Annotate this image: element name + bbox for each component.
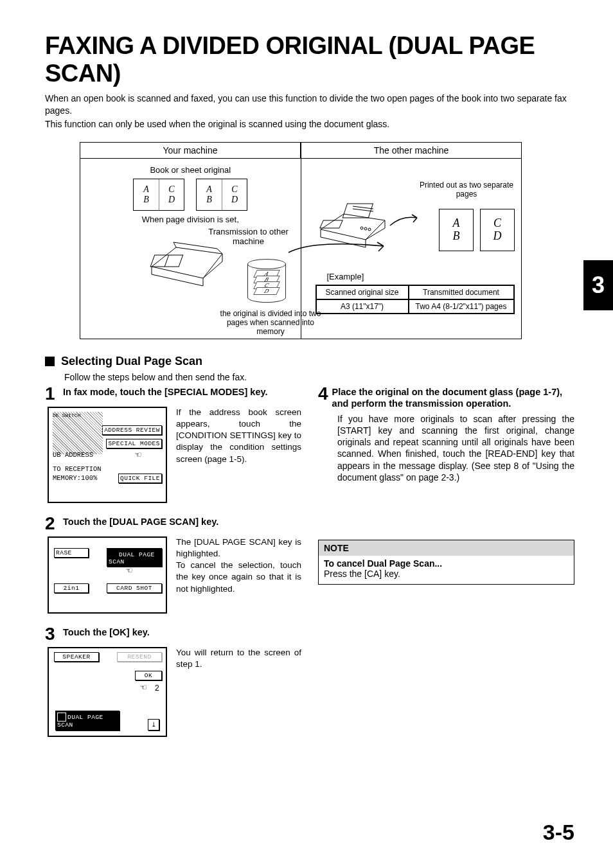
step-2-text: The [DUAL PAGE SCAN] key is highlighted.… [176,536,301,614]
diagram-left: Book or sheet original ABCD ABCD When pa… [80,159,301,339]
right-column: 4 Place the original on the document gla… [318,385,574,748]
special-modes-button[interactable]: SPECIAL MODES [106,439,162,448]
note-heading: NOTE [319,540,574,556]
section-heading: Selecting Dual Page Scan [45,355,574,368]
section-heading-text: Selecting Dual Page Scan [61,355,202,368]
transmission-label: Transmission to other machine [200,227,297,246]
lcd-screenshot-3: SPEAKER RESEND OK ☜ 2 ⤓ DUAL PAGE SCAN [48,647,167,737]
scroll-down-icon[interactable]: ⤓ [147,719,160,731]
pointing-hand-icon: ☜ [140,683,147,693]
step-3-number: 3 [45,625,59,643]
note-title: To cancel Dual Page Scan... [324,558,569,569]
page: 3 FAXING A DIVIDED ORIGINAL (DUAL PAGE S… [0,0,613,868]
step-1-text: If the address book screen appears, touc… [176,407,301,503]
note-body-text: Press the [CA] key. [324,569,569,579]
table-header-2: Transmitted document [409,285,514,299]
table-cell-2: Two A4 (8-1/2"x11") pages [409,299,514,314]
svg-point-8 [368,228,371,231]
step-4: 4 Place the original on the document gla… [318,385,574,483]
svg-line-4 [353,209,373,211]
memory-cylinder-icon: A B C D [247,259,286,305]
book-icons: ABCD ABCD [87,179,294,211]
square-bullet-icon [45,357,55,366]
example-table: Scanned original size Transmitted docume… [315,285,515,314]
svg-rect-5 [319,220,342,228]
follow-steps-text: Follow the steps below and then send the… [64,372,574,382]
svg-point-6 [360,227,363,229]
step-4-text: If you have more originals to scan after… [337,413,574,483]
arrow-out-icon [389,213,421,233]
table-header-1: Scanned original size [316,285,409,299]
quick-file-button[interactable]: QUICK FILE [118,474,162,483]
step-2: 2 Touch the [DUAL PAGE SCAN] key. RASE D… [45,515,301,614]
step-2-title: Touch the [DUAL PAGE SCAN] key. [63,515,218,527]
step-1-title: In fax mode, touch the [SPECIAL MODES] k… [63,385,268,398]
erase-button[interactable]: RASE [54,548,89,558]
intro-p1: When an open book is scanned and faxed, … [45,93,574,117]
intro-p2: This function can only be used when the … [45,118,574,130]
page-number: 3-5 [543,820,574,845]
diagram-right: Printed out as two separate pages AB CD … [301,159,522,332]
step-4-number: 4 [318,385,328,403]
step-1: 1 In fax mode, touch the [SPECIAL MODES]… [45,385,301,503]
2in1-button[interactable]: 2in1 [54,583,89,593]
step-4-title: Place the original on the document glass… [332,385,574,409]
steps-columns: 1 In fax mode, touch the [SPECIAL MODES]… [45,385,574,748]
svg-line-3 [353,206,373,209]
count-badge: 2 [155,684,159,693]
book-original-caption: Book or sheet original [87,165,294,175]
step-3: 3 Touch the [OK] key. SPEAKER RESEND OK … [45,625,301,737]
dual-page-scan-active-button[interactable]: DUAL PAGE SCAN [55,711,120,731]
page-title: FAXING A DIVIDED ORIGINAL (DUAL PAGE SCA… [45,32,574,87]
step-3-title: Touch the [OK] key. [63,625,150,638]
example-label: [Example] [327,272,364,281]
step-1-number: 1 [45,385,59,403]
pointing-hand-icon: ☜ [126,566,132,576]
svg-line-1 [164,255,169,267]
diagram-head-left: Your machine [80,143,301,159]
lcd-screenshot-1: DE SWITCH ADDRESS REVIEW SPECIAL MODES ☜… [48,407,167,503]
speaker-button[interactable]: SPEAKER [54,652,99,662]
chapter-tab: 3 [583,260,613,310]
intro-text: When an open book is scanned and faxed, … [45,93,574,130]
note-box: NOTE To cancel Dual Page Scan... Press t… [318,540,574,585]
concept-diagram: Your machine The other machine Book or s… [80,142,522,339]
dual-page-icon [109,550,118,559]
dual-page-scan-button[interactable]: DUAL PAGE SCAN [107,548,162,567]
table-cell-1: A3 (11"x17") [316,299,409,314]
step-2-number: 2 [45,515,59,533]
card-shot-button[interactable]: CARD SHOT [107,583,162,593]
left-column: 1 In fax mode, touch the [SPECIAL MODES]… [45,385,301,748]
lcd-screenshot-2: RASE DUAL PAGE SCAN ☜ 2in1 CARD SHOT [48,536,167,614]
page-division-caption: When page division is set, [87,215,294,224]
resend-button[interactable]: RESEND [117,652,162,662]
dual-page-icon [57,713,66,722]
address-review-button[interactable]: ADDRESS REVIEW [102,425,162,435]
ok-button[interactable]: OK [135,671,162,680]
output-pages-icon: AB CD [439,209,515,251]
fax-machine-icon [314,195,391,252]
diagram-head-right: The other machine [301,143,521,159]
step-3-text: You will return to the screen of step 1. [176,647,301,737]
printed-caption: Printed out as two separate pages [418,181,515,199]
svg-point-7 [364,227,367,230]
